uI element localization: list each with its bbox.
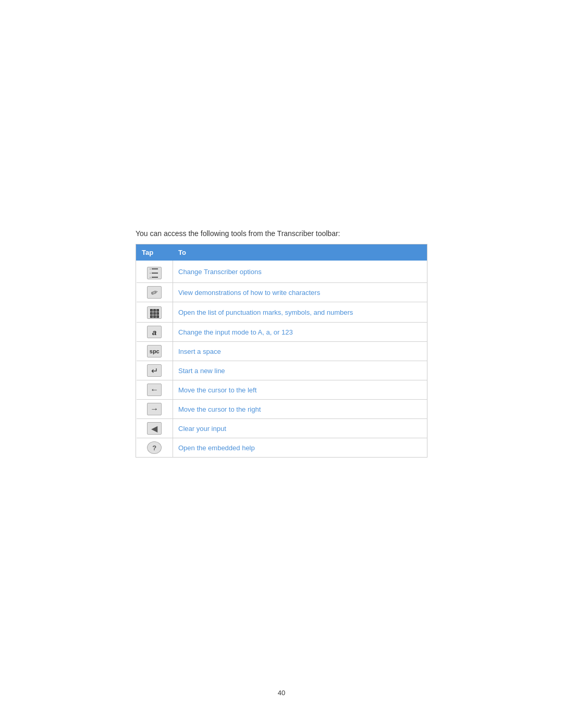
tap-cell: spc xyxy=(137,342,173,361)
toolbar-icon-help: ? xyxy=(147,441,162,454)
desc-cell: Change Transcriber options xyxy=(173,261,427,283)
desc-cell: Clear your input xyxy=(173,419,427,438)
toolbar-icon-clear: ◀ xyxy=(147,422,162,435)
tap-cell xyxy=(137,302,173,323)
table-row: •••Change Transcriber options xyxy=(137,261,427,283)
desc-cell: Move the cursor to the right xyxy=(173,400,427,419)
tap-cell: a xyxy=(137,323,173,342)
toolbar-icon-enter: ↵ xyxy=(147,364,162,377)
toolbar-icon-grid xyxy=(147,306,162,319)
desc-cell: View demonstrations of how to write char… xyxy=(173,283,427,302)
table-row: ✏View demonstrations of how to write cha… xyxy=(137,283,427,302)
header-tap: Tap xyxy=(137,245,173,261)
tap-cell: ← xyxy=(137,380,173,400)
desc-cell: Start a new line xyxy=(173,361,427,380)
toolbar-icon-spc: spc xyxy=(147,345,162,357)
toolbar-icon-pencil: ✏ xyxy=(147,286,162,299)
toolbar-icon-right: → xyxy=(147,403,162,415)
tap-cell: ◀ xyxy=(137,419,173,438)
header-to: To xyxy=(173,245,427,261)
desc-cell: Change the input mode to A, a, or 123 xyxy=(173,323,427,342)
table-row: spcInsert a space xyxy=(137,342,427,361)
tap-cell: ••• xyxy=(137,261,173,283)
desc-cell: Open the list of punctuation marks, symb… xyxy=(173,302,427,323)
tap-cell: ? xyxy=(137,438,173,458)
page-number: 40 xyxy=(278,689,285,697)
toolbar-icon-left: ← xyxy=(147,384,162,396)
table-row: Open the list of punctuation marks, symb… xyxy=(137,302,427,323)
desc-cell: Insert a space xyxy=(173,342,427,361)
table-container: Tap To •••Change Transcriber options✏Vie… xyxy=(136,244,427,458)
table-row: ?Open the embedded help xyxy=(137,438,427,458)
table-row: ◀Clear your input xyxy=(137,419,427,438)
tap-cell: → xyxy=(137,400,173,419)
intro-text: You can access the following tools from … xyxy=(136,229,427,238)
table-row: aChange the input mode to A, a, or 123 xyxy=(137,323,427,342)
page-content: You can access the following tools from … xyxy=(0,0,563,728)
table-row: →Move the cursor to the right xyxy=(137,400,427,419)
toolbar-icon-menu: ••• xyxy=(147,267,162,279)
tap-cell: ↵ xyxy=(137,361,173,380)
desc-cell: Move the cursor to the left xyxy=(173,380,427,400)
tap-cell: ✏ xyxy=(137,283,173,302)
toolbar-icon-letter: a xyxy=(147,326,162,338)
table-body: •••Change Transcriber options✏View demon… xyxy=(137,261,427,458)
desc-cell: Open the embedded help xyxy=(173,438,427,458)
toolbar-table: Tap To •••Change Transcriber options✏Vie… xyxy=(136,244,427,457)
table-row: ←Move the cursor to the left xyxy=(137,380,427,400)
table-row: ↵Start a new line xyxy=(137,361,427,380)
table-header-row: Tap To xyxy=(137,245,427,261)
